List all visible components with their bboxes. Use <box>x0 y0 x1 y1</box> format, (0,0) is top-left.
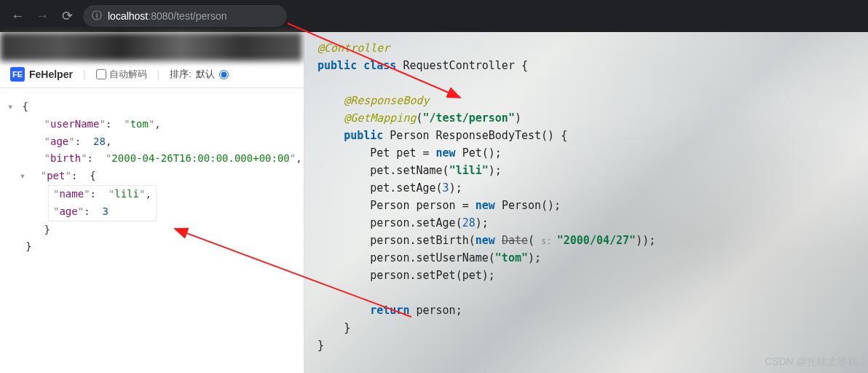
json-value: 28 <box>93 136 106 147</box>
code-text: Date <box>502 234 528 247</box>
sort-default-label: 默认 <box>196 68 215 81</box>
url-path: /test/person <box>173 10 226 22</box>
code-text: ); <box>489 164 502 177</box>
fehelper-icon: FE <box>10 67 25 82</box>
info-icon: ⓘ <box>92 9 102 23</box>
json-key: userName <box>50 118 99 130</box>
separator: | <box>83 68 86 80</box>
code-text: public <box>344 129 390 142</box>
code-text: person.setUserName( <box>370 251 495 264</box>
code-text: s: <box>541 236 557 246</box>
auto-decode-input[interactable] <box>96 69 106 79</box>
code-text: return <box>370 304 416 317</box>
json-key: birth <box>50 152 81 164</box>
code-text: Person(); <box>502 199 561 212</box>
fehelper-brand: FeHelper <box>29 68 73 80</box>
pet-object-box: "name": "lili", "age": 3 <box>48 185 157 221</box>
code-text: 3 <box>443 181 449 195</box>
json-viewer-panel: FE FeHelper | 自动解码 | 排序: 默认 ▾ { "userNam… <box>0 32 304 373</box>
code-text: person; <box>416 304 462 317</box>
separator: | <box>157 68 160 80</box>
code-text: Pet pet = <box>370 146 435 160</box>
code-text: Person person = <box>370 199 476 212</box>
json-value: 3 <box>102 205 108 217</box>
code-text: "lili" <box>449 164 489 177</box>
annotation: @ResponseBody <box>344 94 429 107</box>
annotation: @GetMapping <box>344 111 416 125</box>
url-bar[interactable]: ⓘ localhost:8080/test/person <box>83 5 287 27</box>
back-button[interactable]: ← <box>9 9 26 24</box>
watermark: CSDN @扎哇太枣糕 <box>765 356 858 369</box>
code-text: 28 <box>462 216 476 229</box>
code-text: Person ResponseBodyTest() { <box>390 129 567 142</box>
mapping-path: "/test/person" <box>423 111 515 125</box>
code-text: new <box>476 234 502 247</box>
auto-decode-checkbox[interactable]: 自动解码 <box>96 68 147 81</box>
fehelper-logo: FE FeHelper <box>10 67 73 82</box>
collapse-toggle[interactable]: ▾ <box>7 98 16 116</box>
code-text: ); <box>528 251 541 264</box>
json-key: age <box>59 205 77 217</box>
code-text: person.setAge( <box>370 216 462 229</box>
code-text: )); <box>636 234 655 247</box>
url-port: :8080 <box>148 10 173 22</box>
auto-decode-label: 自动解码 <box>109 68 147 81</box>
code-text: pet.setName( <box>370 164 449 177</box>
browser-toolbar: ← → ⟳ ⓘ localhost:8080/test/person <box>0 0 868 32</box>
reload-button[interactable]: ⟳ <box>58 8 76 24</box>
json-key: age <box>50 136 68 147</box>
forward-button[interactable]: → <box>33 9 51 24</box>
code-text: person.setPet(pet); <box>370 269 495 282</box>
code-text: "tom" <box>495 251 528 264</box>
annotation: @Controller <box>317 42 390 55</box>
code-text: } <box>344 321 350 334</box>
json-value: 2000-04-26T16:00:00.000+00:00 <box>111 152 289 164</box>
collapse-toggle[interactable]: ▾ <box>20 168 28 185</box>
code-text: ( <box>528 234 541 247</box>
code-text: RequestController { <box>403 59 528 72</box>
code-text: pet.setAge( <box>370 181 442 195</box>
json-value: tom <box>130 118 149 130</box>
fehelper-toolbar: FE FeHelper | 自动解码 | 排序: 默认 <box>0 61 304 88</box>
code-text: public class <box>317 59 403 72</box>
code-text: "2000/04/27" <box>557 234 636 247</box>
code-editor-panel: @Controller public class RequestControll… <box>304 32 868 373</box>
bookmarks-bar-blurred <box>0 32 302 61</box>
code-text: Pet(); <box>462 146 502 160</box>
json-tree: ▾ { "userName": "tom", "age": 28, "birth… <box>0 88 304 266</box>
json-value: lili <box>114 188 139 200</box>
code-text: new <box>436 146 462 160</box>
code-text: new <box>476 199 502 212</box>
sort-label: 排序: <box>170 68 192 81</box>
json-key: name <box>59 188 84 200</box>
url-host: localhost <box>108 10 148 22</box>
code-text: } <box>317 339 324 352</box>
code-text: person.setBirth( <box>370 234 476 247</box>
code-text: ); <box>476 216 489 229</box>
json-key: pet <box>47 170 65 181</box>
sort-control: 排序: 默认 <box>170 68 229 81</box>
sort-default-radio[interactable] <box>219 70 229 79</box>
code-text: ); <box>449 181 462 195</box>
